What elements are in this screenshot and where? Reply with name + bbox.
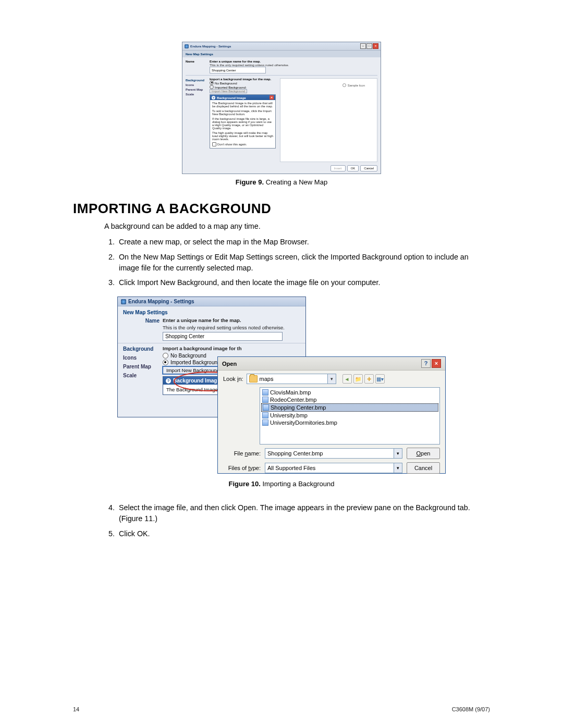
maximize-icon[interactable]: □ xyxy=(366,43,372,49)
step-4: Select the image file, and then click Op… xyxy=(117,502,490,524)
figure-9-caption: Figure 9. Creating a New Map xyxy=(73,178,490,186)
figure-10-caption: Figure 10. Importing a Background xyxy=(73,480,490,488)
window-titlebar: Endura Mapping - Settings – □ × xyxy=(182,42,381,51)
tab-background[interactable]: Background xyxy=(186,78,207,82)
cancel-button[interactable]: Cancel xyxy=(407,462,440,474)
bmp-icon xyxy=(262,389,268,396)
preview-pane xyxy=(280,78,377,162)
help-text: The Background Image is the picture that… xyxy=(212,102,273,108)
chevron-down-icon[interactable]: ▾ xyxy=(394,463,402,473)
open-file-dialog: Open ? × Look in: maps ▾ ◄ 📁 ✚ xyxy=(217,356,446,474)
step-2: On the New Map Settings or Edit Map Sett… xyxy=(117,252,490,273)
dont-show-again-checkbox[interactable]: Don't show this again. xyxy=(212,142,273,146)
filetype-label: Files of type: xyxy=(223,465,261,471)
filename-label: File name: xyxy=(223,450,261,456)
step-3: Click Import New Background, and then lo… xyxy=(117,277,490,288)
file-item[interactable]: UniversityDormitories.bmp xyxy=(261,419,438,426)
views-icon[interactable]: ▦▾ xyxy=(375,374,385,384)
figure-9-screenshot: Endura Mapping - Settings – □ × New Map … xyxy=(182,42,381,174)
section-title: New Map Settings xyxy=(182,51,381,57)
look-in-dropdown[interactable]: maps ▾ xyxy=(247,374,336,384)
name-subtext: This is the only required setting unless… xyxy=(210,63,377,67)
look-in-label: Look in: xyxy=(223,376,243,382)
help-icon: ? xyxy=(166,378,171,384)
step-1: Create a new map, or select the map in t… xyxy=(117,237,490,248)
window-title: Endura Mapping - Settings xyxy=(190,44,231,48)
look-in-value: maps xyxy=(260,376,327,382)
open-button[interactable]: Open xyxy=(407,448,440,459)
intro-text: A background can be added to a map any t… xyxy=(104,221,490,231)
page-number: 14 xyxy=(73,706,79,712)
bmp-icon xyxy=(263,404,269,411)
help-icon[interactable]: ? xyxy=(421,359,431,368)
back-icon[interactable]: ◄ xyxy=(342,374,352,384)
ok-button[interactable]: OK xyxy=(347,165,359,171)
help-popup: ? Background Image × The Background Imag… xyxy=(210,94,276,149)
chevron-down-icon[interactable]: ▾ xyxy=(327,374,336,384)
sample-icon-label: Sample Icon xyxy=(342,83,365,87)
tab-icons[interactable]: Icons xyxy=(186,83,207,87)
help-icon: ? xyxy=(212,96,215,100)
help-title: Background Image xyxy=(217,96,246,100)
bmp-icon xyxy=(262,419,268,426)
cancel-button[interactable]: Cancel xyxy=(360,165,377,171)
import-new-background-button[interactable]: Import New Background xyxy=(210,89,247,93)
window-controls: – □ × xyxy=(360,43,378,49)
page-footer: 14 C3608M (9/07) xyxy=(73,706,490,712)
help-text: The high quality image will make the map… xyxy=(212,131,273,141)
figure-10-screenshot: Endura Mapping - Settings New Map Settin… xyxy=(117,297,446,474)
tab-icons[interactable]: Icons xyxy=(123,355,160,361)
insert-button: Insert xyxy=(331,165,346,171)
help-text: If the background image file size is lar… xyxy=(212,117,273,130)
tab-parent-map[interactable]: Parent Map xyxy=(186,88,207,91)
import-new-background-button[interactable]: Import New Background xyxy=(163,366,223,374)
name-label: Name xyxy=(123,317,160,324)
map-name-input[interactable]: Shopping Center xyxy=(210,67,266,73)
name-label: Name xyxy=(186,59,207,63)
close-icon[interactable]: × xyxy=(432,359,441,368)
minimize-icon[interactable]: – xyxy=(360,43,366,49)
doc-id: C3608M (9/07) xyxy=(452,706,490,712)
help-title: Background Image xyxy=(173,378,220,384)
file-item[interactable]: RodeoCenter.bmp xyxy=(261,396,438,403)
file-item[interactable]: University.bmp xyxy=(261,412,438,419)
tab-scale[interactable]: Scale xyxy=(186,92,207,96)
section-heading: IMPORTING A BACKGROUND xyxy=(73,201,490,217)
name-subtext: This is the only required setting unless… xyxy=(163,325,300,330)
up-folder-icon[interactable]: 📁 xyxy=(353,374,363,384)
help-text: To add a background image, click the Imp… xyxy=(212,109,273,116)
map-name-input[interactable]: Shopping Center xyxy=(163,332,283,341)
folder-icon xyxy=(249,375,258,382)
step-5: Click OK. xyxy=(117,528,490,539)
filename-input[interactable]: Shopping Center.bmp▾ xyxy=(265,448,402,459)
new-folder-icon[interactable]: ✚ xyxy=(364,374,374,384)
chevron-down-icon[interactable]: ▾ xyxy=(394,449,402,458)
file-item-selected[interactable]: Shopping Center.bmp xyxy=(261,403,438,412)
file-item[interactable]: ClovisMain.bmp xyxy=(261,389,438,396)
bg-instruction: Import a background image for th xyxy=(163,346,300,351)
tab-scale[interactable]: Scale xyxy=(123,373,160,378)
close-icon[interactable]: × xyxy=(373,43,378,49)
filetype-dropdown[interactable]: All Supported Files▾ xyxy=(265,463,402,473)
app-icon xyxy=(185,44,189,48)
file-list[interactable]: ClovisMain.bmp RodeoCenter.bmp Shopping … xyxy=(260,387,440,445)
dialog-title: Open xyxy=(222,361,237,367)
app-icon xyxy=(121,299,126,304)
window-title: Endura Mapping - Settings xyxy=(128,299,194,304)
name-instruction: Enter a unique name for the map. xyxy=(163,317,300,323)
bmp-icon xyxy=(262,412,268,418)
bmp-icon xyxy=(262,397,268,403)
tab-parent-map[interactable]: Parent Map xyxy=(123,364,160,369)
help-close-icon[interactable]: × xyxy=(270,95,274,100)
tab-background[interactable]: Background xyxy=(123,346,160,352)
section-title: New Map Settings xyxy=(118,306,305,316)
name-instruction: Enter a unique name for the map. xyxy=(210,59,377,63)
